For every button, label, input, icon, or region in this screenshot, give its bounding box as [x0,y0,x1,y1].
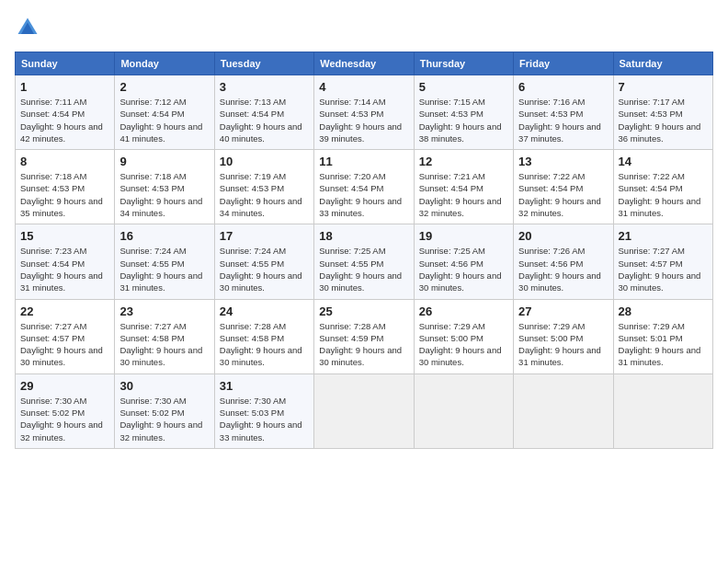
day-of-week-header: Friday [514,52,613,75]
day-number: 9 [119,155,209,168]
day-number: 19 [419,229,508,243]
day-info: Sunrise: 7:13 AM Sunset: 4:54 PM Dayligh… [220,96,309,144]
day-of-week-header: Monday [115,52,214,75]
calendar-day-cell: 22 Sunrise: 7:27 AM Sunset: 4:57 PM Dayl… [16,299,115,373]
calendar-day-cell: 12 Sunrise: 7:21 AM Sunset: 4:54 PM Dayl… [414,150,513,224]
calendar-day-cell: 1 Sunrise: 7:11 AM Sunset: 4:54 PM Dayli… [16,75,115,150]
day-number: 23 [119,304,209,318]
calendar-table: SundayMondayTuesdayWednesdayThursdayFrid… [15,52,713,449]
day-number: 10 [220,155,309,168]
day-info: Sunrise: 7:15 AM Sunset: 4:53 PM Dayligh… [419,96,508,144]
day-number: 17 [220,229,309,243]
day-info: Sunrise: 7:19 AM Sunset: 4:53 PM Dayligh… [220,170,309,219]
day-info: Sunrise: 7:22 AM Sunset: 4:54 PM Dayligh… [518,170,608,219]
day-info: Sunrise: 7:27 AM Sunset: 4:58 PM Dayligh… [119,320,209,369]
calendar-day-cell: 29 Sunrise: 7:30 AM Sunset: 5:02 PM Dayl… [16,373,115,448]
calendar-day-cell [414,373,513,448]
day-number: 3 [220,80,309,94]
calendar-day-cell: 30 Sunrise: 7:30 AM Sunset: 5:02 PM Dayl… [115,373,214,448]
day-info: Sunrise: 7:30 AM Sunset: 5:03 PM Dayligh… [220,395,309,443]
calendar-day-cell: 17 Sunrise: 7:24 AM Sunset: 4:55 PM Dayl… [214,224,313,299]
day-info: Sunrise: 7:20 AM Sunset: 4:54 PM Dayligh… [319,170,408,219]
calendar-day-cell: 5 Sunrise: 7:15 AM Sunset: 4:53 PM Dayli… [414,75,513,150]
day-number: 14 [619,155,708,168]
day-info: Sunrise: 7:30 AM Sunset: 5:02 PM Dayligh… [119,395,209,443]
day-number: 13 [518,155,608,168]
day-info: Sunrise: 7:24 AM Sunset: 4:55 PM Dayligh… [220,245,309,293]
calendar-day-cell [514,373,613,448]
calendar-day-cell: 4 Sunrise: 7:14 AM Sunset: 4:53 PM Dayli… [314,75,414,150]
day-of-week-header: Tuesday [214,52,313,75]
calendar-day-cell [613,373,712,448]
day-info: Sunrise: 7:24 AM Sunset: 4:55 PM Dayligh… [119,245,209,293]
day-number: 21 [619,229,708,243]
day-info: Sunrise: 7:16 AM Sunset: 4:53 PM Dayligh… [518,96,608,144]
day-number: 18 [319,229,408,243]
day-info: Sunrise: 7:26 AM Sunset: 4:56 PM Dayligh… [518,245,608,293]
calendar-day-cell: 21 Sunrise: 7:27 AM Sunset: 4:57 PM Dayl… [613,224,712,299]
day-number: 8 [20,155,109,168]
day-info: Sunrise: 7:23 AM Sunset: 4:54 PM Dayligh… [20,245,109,293]
logo [15,15,44,40]
day-info: Sunrise: 7:18 AM Sunset: 4:53 PM Dayligh… [20,170,109,219]
calendar-day-cell: 8 Sunrise: 7:18 AM Sunset: 4:53 PM Dayli… [16,150,115,224]
calendar-day-cell: 19 Sunrise: 7:25 AM Sunset: 4:56 PM Dayl… [414,224,513,299]
day-info: Sunrise: 7:28 AM Sunset: 4:58 PM Dayligh… [220,320,309,369]
day-info: Sunrise: 7:29 AM Sunset: 5:00 PM Dayligh… [419,320,508,369]
day-info: Sunrise: 7:14 AM Sunset: 4:53 PM Dayligh… [319,96,408,144]
calendar-day-cell: 26 Sunrise: 7:29 AM Sunset: 5:00 PM Dayl… [414,299,513,373]
day-number: 29 [20,379,109,393]
calendar-day-cell: 18 Sunrise: 7:25 AM Sunset: 4:55 PM Dayl… [314,224,414,299]
day-info: Sunrise: 7:29 AM Sunset: 5:01 PM Dayligh… [619,320,708,369]
day-number: 22 [20,304,109,318]
calendar-day-cell: 24 Sunrise: 7:28 AM Sunset: 4:58 PM Dayl… [214,299,313,373]
calendar-day-cell: 25 Sunrise: 7:28 AM Sunset: 4:59 PM Dayl… [314,299,414,373]
day-number: 12 [419,155,508,168]
calendar-body: 1 Sunrise: 7:11 AM Sunset: 4:54 PM Dayli… [16,75,713,449]
day-number: 24 [220,304,309,318]
day-info: Sunrise: 7:18 AM Sunset: 4:53 PM Dayligh… [119,170,209,219]
calendar-header: SundayMondayTuesdayWednesdayThursdayFrid… [16,52,713,75]
day-of-week-header: Thursday [414,52,513,75]
calendar-day-cell: 13 Sunrise: 7:22 AM Sunset: 4:54 PM Dayl… [514,150,613,224]
calendar-day-cell: 7 Sunrise: 7:17 AM Sunset: 4:53 PM Dayli… [613,75,712,150]
day-info: Sunrise: 7:30 AM Sunset: 5:02 PM Dayligh… [20,395,109,443]
calendar-day-cell: 14 Sunrise: 7:22 AM Sunset: 4:54 PM Dayl… [613,150,712,224]
day-info: Sunrise: 7:27 AM Sunset: 4:57 PM Dayligh… [619,245,708,293]
calendar-day-cell: 15 Sunrise: 7:23 AM Sunset: 4:54 PM Dayl… [16,224,115,299]
day-of-week-header: Saturday [613,52,712,75]
day-number: 4 [319,80,408,94]
day-number: 25 [319,304,408,318]
calendar-day-cell: 2 Sunrise: 7:12 AM Sunset: 4:54 PM Dayli… [115,75,214,150]
day-of-week-header: Sunday [16,52,115,75]
logo-icon [15,15,40,40]
day-info: Sunrise: 7:11 AM Sunset: 4:54 PM Dayligh… [20,96,109,144]
calendar-day-cell: 23 Sunrise: 7:27 AM Sunset: 4:58 PM Dayl… [115,299,214,373]
calendar-day-cell: 3 Sunrise: 7:13 AM Sunset: 4:54 PM Dayli… [214,75,313,150]
day-number: 2 [119,80,209,94]
day-number: 31 [220,379,309,393]
day-info: Sunrise: 7:17 AM Sunset: 4:53 PM Dayligh… [619,96,708,144]
day-info: Sunrise: 7:27 AM Sunset: 4:57 PM Dayligh… [20,320,109,369]
day-number: 30 [119,379,209,393]
days-of-week-row: SundayMondayTuesdayWednesdayThursdayFrid… [16,52,713,75]
calendar-week-row: 15 Sunrise: 7:23 AM Sunset: 4:54 PM Dayl… [16,224,713,299]
day-info: Sunrise: 7:21 AM Sunset: 4:54 PM Dayligh… [419,170,508,219]
day-number: 1 [20,80,109,94]
calendar-day-cell: 10 Sunrise: 7:19 AM Sunset: 4:53 PM Dayl… [214,150,313,224]
calendar-day-cell: 6 Sunrise: 7:16 AM Sunset: 4:53 PM Dayli… [514,75,613,150]
day-info: Sunrise: 7:29 AM Sunset: 5:00 PM Dayligh… [518,320,608,369]
day-number: 7 [619,80,708,94]
day-number: 28 [619,304,708,318]
day-of-week-header: Wednesday [314,52,414,75]
calendar-day-cell: 9 Sunrise: 7:18 AM Sunset: 4:53 PM Dayli… [115,150,214,224]
page-header [15,15,713,40]
calendar-day-cell: 27 Sunrise: 7:29 AM Sunset: 5:00 PM Dayl… [514,299,613,373]
calendar-week-row: 29 Sunrise: 7:30 AM Sunset: 5:02 PM Dayl… [16,373,713,448]
day-number: 15 [20,229,109,243]
calendar-day-cell: 28 Sunrise: 7:29 AM Sunset: 5:01 PM Dayl… [613,299,712,373]
calendar-day-cell: 20 Sunrise: 7:26 AM Sunset: 4:56 PM Dayl… [514,224,613,299]
day-number: 5 [419,80,508,94]
day-info: Sunrise: 7:25 AM Sunset: 4:56 PM Dayligh… [419,245,508,293]
day-number: 16 [119,229,209,243]
